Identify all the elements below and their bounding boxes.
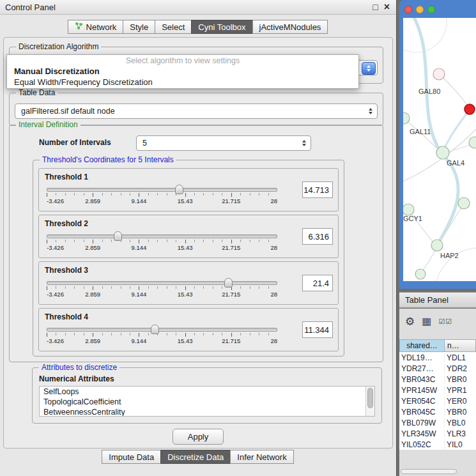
threshold-4-value-field[interactable]: 11.344 — [302, 321, 333, 338]
gear-icon[interactable]: ⚙ — [405, 316, 415, 327]
list-item[interactable]: TopologicalCoefficient — [40, 397, 374, 407]
table-panel-titlebar: Table Panel — [399, 292, 476, 308]
network-node[interactable] — [458, 197, 470, 209]
window-controls: □ × — [372, 0, 390, 14]
cell[interactable]: YER054C — [399, 397, 445, 406]
table-data-combobox[interactable]: galFiltered.sif default node — [15, 104, 378, 119]
dropdown-arrows-icon[interactable] — [362, 62, 376, 75]
threshold-1-value-field[interactable]: 14.713 — [302, 181, 333, 198]
cell[interactable]: YDR27… — [399, 364, 445, 373]
table-row[interactable]: YLR345W YLR3 — [399, 428, 476, 439]
slider-track[interactable] — [47, 328, 277, 332]
cell[interactable]: YER0 — [445, 397, 476, 406]
dropdown-option-manual[interactable]: Manual Discretization — [7, 66, 358, 77]
threshold-3-value-field[interactable]: 21.4 — [302, 275, 333, 291]
cell[interactable]: YBR045C — [399, 408, 445, 417]
cell[interactable]: YDL19… — [399, 353, 445, 362]
network-node-selected[interactable] — [464, 104, 475, 114]
cell[interactable]: YBR0 — [445, 408, 476, 417]
tab-impute-data[interactable]: Impute Data — [102, 450, 161, 464]
table-row[interactable]: YDL19… YDL1 — [399, 352, 476, 363]
list-item[interactable]: SelfLoops — [40, 387, 374, 397]
network-node[interactable] — [431, 240, 443, 251]
scale-label: 28 — [270, 337, 277, 344]
tab-label: jActiveMNodules — [259, 22, 321, 32]
tab-infer-network[interactable]: Infer Network — [230, 450, 293, 464]
table-row[interactable]: YPR145W YPR1 — [399, 385, 476, 395]
network-node[interactable] — [436, 146, 449, 159]
node-label: GAL80 — [418, 88, 440, 95]
dropdown-option-equal-width[interactable]: Equal Width/Frequency Discretization — [7, 77, 358, 88]
cell[interactable]: YIL052C — [399, 440, 445, 449]
horizontal-scrollbar[interactable] — [401, 469, 457, 474]
apply-button[interactable]: Apply — [173, 429, 224, 445]
network-canvas[interactable]: GAL80 GAL11 GAL4 GCY1 HAP2 — [403, 18, 476, 281]
network-node[interactable] — [415, 269, 426, 279]
cell[interactable]: YBL079W — [399, 418, 445, 427]
network-node[interactable] — [403, 204, 414, 215]
scale-label: 9.144 — [132, 244, 147, 251]
slider-track[interactable] — [47, 281, 277, 285]
cell[interactable]: YPR145W — [399, 386, 445, 395]
scale-label: 15.43 — [178, 244, 193, 251]
scale-label: 28 — [270, 244, 277, 251]
close-button[interactable] — [404, 6, 412, 13]
tab-jactivemnodules[interactable]: jActiveMNodules — [252, 20, 328, 34]
network-node[interactable] — [433, 68, 445, 80]
scale-label: -3.426 — [47, 244, 64, 251]
cell[interactable]: YBR0 — [445, 375, 476, 384]
minimize-button[interactable] — [416, 6, 424, 13]
scale-label: -3.426 — [47, 197, 64, 204]
cell[interactable]: YLR345W — [399, 429, 445, 438]
tab-style[interactable]: Style — [123, 20, 155, 34]
slider-handle[interactable] — [114, 231, 122, 241]
columns-icon[interactable]: ▦ — [422, 316, 431, 326]
close-icon[interactable]: × — [384, 3, 390, 12]
dropdown-prompt: Select algorithm to view settings — [7, 56, 358, 66]
scale-label: 9.144 — [132, 337, 147, 344]
table-row[interactable]: YBL079W YBL0 — [399, 417, 476, 428]
select-columns-icon[interactable]: ☑☑ — [438, 318, 452, 326]
screen: Control Panel □ × Network Style Select C… — [0, 0, 476, 476]
column-header-shared-name[interactable]: shared… — [399, 339, 445, 352]
cell[interactable]: YDR2 — [445, 364, 476, 373]
slider-handle[interactable] — [151, 325, 159, 334]
column-header-name[interactable]: n… — [445, 339, 476, 352]
table-row[interactable]: YIL052C YIL0 — [399, 439, 476, 450]
float-window-icon[interactable]: □ — [372, 3, 378, 12]
attributes-list-scrollbar[interactable] — [365, 387, 374, 416]
number-of-intervals-combobox[interactable]: 5 — [136, 135, 311, 151]
table-row[interactable]: YER054C YER0 — [399, 395, 476, 406]
tab-select[interactable]: Select — [155, 20, 192, 34]
group-label: Table Data — [16, 88, 58, 97]
slider-handle[interactable] — [175, 185, 183, 194]
slider-track[interactable] — [47, 234, 277, 238]
threshold-2-value-field[interactable]: 6.316 — [302, 228, 333, 245]
group-label: Interval Definition — [16, 120, 81, 129]
threshold-1-block: Threshold 1 -3.426 2.859 9.144 15.43 — [38, 168, 339, 211]
cell[interactable]: YLR3 — [445, 429, 476, 438]
tab-cyni-toolbox[interactable]: Cyni Toolbox — [191, 20, 252, 34]
slider-track[interactable] — [47, 188, 277, 192]
table-row[interactable]: YBR043C YBR0 — [399, 374, 476, 385]
table-row[interactable]: YDR27… YDR2 — [399, 363, 476, 374]
number-of-intervals-value: 5 — [142, 139, 147, 148]
tab-label: Impute Data — [109, 452, 154, 462]
scale-label: 28 — [270, 291, 277, 298]
tab-network[interactable]: Network — [68, 20, 124, 34]
network-node[interactable] — [469, 137, 476, 148]
slider-scale: -3.426 2.859 9.144 15.43 21.715 28 — [47, 197, 277, 205]
scale-label: 2.859 — [85, 244, 100, 251]
scrollbar-thumb[interactable] — [367, 388, 373, 408]
cell[interactable]: YIL0 — [445, 440, 476, 449]
zoom-button[interactable] — [427, 6, 435, 13]
tab-discretize-data[interactable]: Discretize Data — [160, 450, 231, 464]
cell[interactable]: YPR1 — [445, 386, 476, 395]
list-item[interactable]: BetweennessCentrality — [40, 407, 374, 417]
slider-scale: -3.426 2.859 9.144 15.43 21.715 28 — [47, 291, 277, 298]
slider-handle[interactable] — [224, 278, 233, 288]
table-row[interactable]: YBR045C YBR0 — [399, 406, 476, 417]
cell[interactable]: YBR043C — [399, 375, 445, 384]
cell[interactable]: YDL1 — [445, 353, 476, 362]
cell[interactable]: YBL0 — [445, 418, 476, 427]
